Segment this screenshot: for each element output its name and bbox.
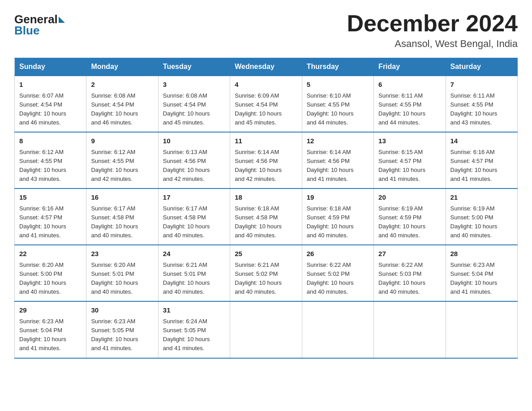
day-info: Sunrise: 6:20 AMSunset: 5:01 PMDaylight:… (91, 261, 153, 297)
day-info: Sunrise: 6:19 AMSunset: 4:59 PMDaylight:… (378, 204, 441, 240)
header: General Blue December 2024 Asansol, West… (14, 11, 518, 50)
day-info: Sunrise: 6:14 AMSunset: 4:56 PMDaylight:… (307, 148, 369, 184)
day-info: Sunrise: 6:10 AMSunset: 4:55 PMDaylight:… (307, 91, 369, 128)
day-info: Sunrise: 6:08 AMSunset: 4:54 PMDaylight:… (163, 91, 225, 128)
day-number: 29 (19, 305, 82, 316)
day-cell-15: 15Sunrise: 6:16 AMSunset: 4:57 PMDayligh… (15, 188, 86, 245)
day-number: 7 (450, 80, 513, 90)
day-cell-25: 25Sunrise: 6:21 AMSunset: 5:02 PMDayligh… (230, 245, 302, 301)
day-info: Sunrise: 6:23 AMSunset: 5:04 PMDaylight:… (19, 317, 82, 353)
logo: General Blue (14, 13, 66, 38)
day-cell-12: 12Sunrise: 6:14 AMSunset: 4:56 PMDayligh… (302, 132, 373, 188)
day-cell-31: 31Sunrise: 6:24 AMSunset: 5:05 PMDayligh… (158, 301, 230, 358)
day-info: Sunrise: 6:22 AMSunset: 5:03 PMDaylight:… (378, 261, 441, 297)
day-number: 16 (91, 193, 153, 203)
day-info: Sunrise: 6:20 AMSunset: 5:00 PMDaylight:… (19, 261, 82, 297)
day-info: Sunrise: 6:21 AMSunset: 5:01 PMDaylight:… (163, 261, 225, 297)
day-number: 21 (450, 193, 513, 203)
day-number: 25 (235, 249, 297, 259)
day-cell-9: 9Sunrise: 6:12 AMSunset: 4:55 PMDaylight… (86, 132, 158, 188)
day-info: Sunrise: 6:11 AMSunset: 4:55 PMDaylight:… (450, 91, 513, 128)
day-info: Sunrise: 6:12 AMSunset: 4:55 PMDaylight:… (91, 148, 153, 184)
day-info: Sunrise: 6:07 AMSunset: 4:54 PMDaylight:… (19, 91, 82, 128)
column-header-saturday: Saturday (446, 58, 517, 76)
day-number: 11 (235, 136, 297, 146)
title-area: December 2024 Asansol, West Bengal, Indi… (347, 11, 518, 50)
location-title: Asansol, West Bengal, India (347, 38, 518, 50)
column-header-wednesday: Wednesday (230, 58, 302, 76)
day-info: Sunrise: 6:18 AMSunset: 4:59 PMDaylight:… (307, 204, 369, 240)
day-info: Sunrise: 6:13 AMSunset: 4:56 PMDaylight:… (163, 148, 225, 184)
week-row-3: 15Sunrise: 6:16 AMSunset: 4:57 PMDayligh… (15, 188, 518, 245)
column-header-tuesday: Tuesday (158, 58, 230, 76)
column-header-sunday: Sunday (15, 58, 86, 76)
day-number: 8 (19, 136, 82, 146)
day-number: 30 (91, 305, 153, 316)
day-number: 14 (450, 136, 513, 146)
column-header-thursday: Thursday (302, 58, 373, 76)
day-cell-8: 8Sunrise: 6:12 AMSunset: 4:55 PMDaylight… (15, 132, 86, 188)
day-info: Sunrise: 6:22 AMSunset: 5:02 PMDaylight:… (307, 261, 369, 297)
day-cell-11: 11Sunrise: 6:14 AMSunset: 4:56 PMDayligh… (230, 132, 302, 188)
empty-cell (230, 301, 302, 358)
day-number: 19 (307, 193, 369, 203)
day-cell-1: 1Sunrise: 6:07 AMSunset: 4:54 PMDaylight… (15, 76, 86, 132)
day-number: 13 (378, 136, 441, 146)
column-header-monday: Monday (86, 58, 158, 76)
day-info: Sunrise: 6:11 AMSunset: 4:55 PMDaylight:… (378, 91, 441, 128)
day-cell-3: 3Sunrise: 6:08 AMSunset: 4:54 PMDaylight… (158, 76, 230, 132)
day-info: Sunrise: 6:19 AMSunset: 5:00 PMDaylight:… (450, 204, 513, 240)
day-number: 6 (378, 80, 441, 90)
empty-cell (302, 301, 373, 358)
day-number: 9 (91, 136, 153, 146)
day-number: 1 (19, 80, 82, 90)
day-number: 28 (450, 249, 513, 259)
day-cell-18: 18Sunrise: 6:18 AMSunset: 4:58 PMDayligh… (230, 188, 302, 245)
day-cell-4: 4Sunrise: 6:09 AMSunset: 4:54 PMDaylight… (230, 76, 302, 132)
day-info: Sunrise: 6:24 AMSunset: 5:05 PMDaylight:… (163, 317, 225, 353)
day-cell-21: 21Sunrise: 6:19 AMSunset: 5:00 PMDayligh… (446, 188, 517, 245)
day-cell-6: 6Sunrise: 6:11 AMSunset: 4:55 PMDaylight… (374, 76, 446, 132)
day-info: Sunrise: 6:17 AMSunset: 4:58 PMDaylight:… (163, 204, 225, 240)
day-cell-23: 23Sunrise: 6:20 AMSunset: 5:01 PMDayligh… (86, 245, 158, 301)
day-cell-16: 16Sunrise: 6:17 AMSunset: 4:58 PMDayligh… (86, 188, 158, 245)
day-number: 20 (378, 193, 441, 203)
calendar-header-row: SundayMondayTuesdayWednesdayThursdayFrid… (15, 58, 518, 76)
week-row-4: 22Sunrise: 6:20 AMSunset: 5:00 PMDayligh… (15, 245, 518, 301)
day-number: 24 (163, 249, 225, 259)
day-number: 18 (235, 193, 297, 203)
day-number: 5 (307, 80, 369, 90)
day-cell-26: 26Sunrise: 6:22 AMSunset: 5:02 PMDayligh… (302, 245, 373, 301)
empty-cell (446, 301, 517, 358)
day-cell-10: 10Sunrise: 6:13 AMSunset: 4:56 PMDayligh… (158, 132, 230, 188)
day-info: Sunrise: 6:23 AMSunset: 5:05 PMDaylight:… (91, 317, 153, 353)
day-number: 23 (91, 249, 153, 259)
day-number: 10 (163, 136, 225, 146)
day-cell-7: 7Sunrise: 6:11 AMSunset: 4:55 PMDaylight… (446, 76, 517, 132)
column-header-friday: Friday (374, 58, 446, 76)
day-info: Sunrise: 6:09 AMSunset: 4:54 PMDaylight:… (235, 91, 297, 128)
week-row-1: 1Sunrise: 6:07 AMSunset: 4:54 PMDaylight… (15, 76, 518, 132)
day-cell-19: 19Sunrise: 6:18 AMSunset: 4:59 PMDayligh… (302, 188, 373, 245)
day-cell-20: 20Sunrise: 6:19 AMSunset: 4:59 PMDayligh… (374, 188, 446, 245)
day-cell-14: 14Sunrise: 6:16 AMSunset: 4:57 PMDayligh… (446, 132, 517, 188)
week-row-5: 29Sunrise: 6:23 AMSunset: 5:04 PMDayligh… (15, 301, 518, 358)
week-row-2: 8Sunrise: 6:12 AMSunset: 4:55 PMDaylight… (15, 132, 518, 188)
day-cell-2: 2Sunrise: 6:08 AMSunset: 4:54 PMDaylight… (86, 76, 158, 132)
logo-arrow-icon (59, 17, 65, 23)
day-info: Sunrise: 6:14 AMSunset: 4:56 PMDaylight:… (235, 148, 297, 184)
day-cell-13: 13Sunrise: 6:15 AMSunset: 4:57 PMDayligh… (374, 132, 446, 188)
day-number: 17 (163, 193, 225, 203)
day-number: 31 (163, 305, 225, 316)
day-cell-28: 28Sunrise: 6:23 AMSunset: 5:04 PMDayligh… (446, 245, 517, 301)
day-info: Sunrise: 6:15 AMSunset: 4:57 PMDaylight:… (378, 148, 441, 184)
month-title: December 2024 (347, 11, 518, 36)
day-info: Sunrise: 6:12 AMSunset: 4:55 PMDaylight:… (19, 148, 82, 184)
day-cell-30: 30Sunrise: 6:23 AMSunset: 5:05 PMDayligh… (86, 301, 158, 358)
day-cell-22: 22Sunrise: 6:20 AMSunset: 5:00 PMDayligh… (15, 245, 86, 301)
day-info: Sunrise: 6:23 AMSunset: 5:04 PMDaylight:… (450, 261, 513, 297)
empty-cell (374, 301, 446, 358)
day-cell-5: 5Sunrise: 6:10 AMSunset: 4:55 PMDaylight… (302, 76, 373, 132)
day-number: 26 (307, 249, 369, 259)
day-number: 3 (163, 80, 225, 90)
